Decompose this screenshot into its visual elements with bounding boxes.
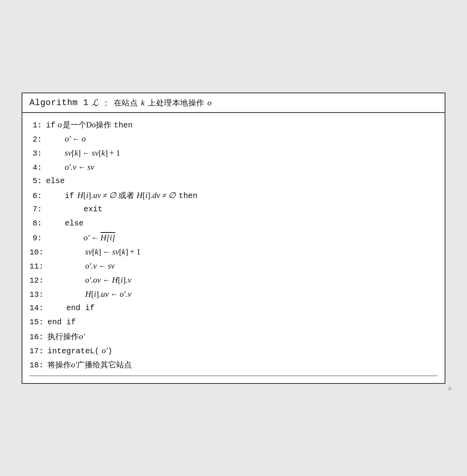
- var-k-10: k: [95, 245, 99, 258]
- var-H2-6: H: [137, 189, 142, 202]
- line-content-2: o′ ← o: [46, 133, 86, 145]
- var-k-3: k: [75, 147, 78, 160]
- line-content-17: integrateL(o′): [47, 344, 115, 357]
- line-17: 17: integrateL(o′): [29, 344, 438, 358]
- var-sv-11: sv: [108, 260, 115, 273]
- var-oprime-17: o′: [102, 344, 108, 357]
- var-oprime-18: o′: [71, 358, 77, 371]
- algorithm-title-prefix: Algorithm 1: [29, 98, 89, 108]
- bracket-close-i-6: ].: [88, 189, 93, 202]
- var-dv-6: dv: [152, 189, 160, 202]
- var-Hi-overline-9: H[i]: [100, 231, 115, 244]
- cn-text-18a: 将操作: [47, 359, 71, 371]
- var-oprime-16: o′: [79, 330, 85, 343]
- var-o-1: o: [58, 118, 62, 131]
- bracket-k-3: [: [72, 147, 75, 160]
- line-2: 2: o′ ← o: [29, 133, 438, 147]
- line-6: 6: if H[i].uv ≠ ∅ 或者 H[i].dv ≠ ∅ then: [29, 189, 438, 203]
- var-o-2: o: [82, 133, 86, 145]
- line-num-2: 2:: [29, 133, 46, 145]
- line-num-14: 14:: [29, 302, 47, 314]
- arrow-3: ←: [82, 147, 90, 159]
- plus-1-3: + 1: [109, 147, 120, 160]
- kw-then-1: then: [114, 119, 133, 131]
- var-Hiv-12: H: [112, 274, 118, 287]
- algorithm-title-k: k: [141, 98, 145, 108]
- arrow-4: ←: [78, 161, 86, 173]
- var-H-6: H: [77, 189, 83, 202]
- cn-text-18b: 广播给其它站点: [77, 359, 132, 371]
- algorithm-header: Algorithm 1 ℒ：在站点k上处理本地操作o: [22, 93, 445, 113]
- var-svk-rhs-3: sv: [92, 147, 99, 160]
- kw-else-8: else: [65, 217, 84, 229]
- line-7: 7: exit: [29, 203, 438, 217]
- var-svk-lhs-3: sv: [65, 147, 72, 160]
- algorithm-title-o: o: [208, 98, 212, 108]
- line-num-10: 10:: [29, 246, 47, 258]
- var-Hiuv-13: H: [85, 288, 91, 301]
- line-num-18: 18:: [29, 359, 47, 371]
- line-num-8: 8:: [29, 217, 46, 229]
- var-oprimeov-12: o′.ov: [85, 274, 101, 287]
- line-num-7: 7:: [29, 203, 46, 215]
- line-content-3: sv[k] ← sv[k]+ 1: [46, 147, 120, 160]
- line-13: 13: H[i].uv ← o′.v: [29, 288, 438, 302]
- bracket-close-i2-6: ].: [148, 189, 152, 202]
- line-num-13: 13:: [29, 289, 47, 301]
- line-11: 11: o′.v ← sv: [29, 260, 438, 274]
- neq-1-6: ≠: [103, 189, 107, 202]
- line-8: 8: else: [29, 217, 438, 231]
- line-content-4: o′.v ← sv: [46, 161, 94, 174]
- kw-exit-7: exit: [84, 203, 102, 215]
- line-15: 15: end if: [29, 316, 438, 330]
- var-v-12: v: [128, 274, 131, 287]
- cn-text-1: 是一个Do操作: [63, 119, 111, 131]
- arrow-2: ←: [72, 133, 80, 145]
- arrow-11: ←: [99, 260, 106, 272]
- var-svk-rhs-10: sv: [112, 245, 119, 258]
- arrow-13: ←: [110, 288, 118, 300]
- var-oprimev-4: o′.v: [65, 161, 77, 174]
- line-num-17: 17:: [29, 345, 47, 357]
- line-content-10: sv[k] ← sv[k]+ 1: [47, 245, 140, 258]
- line-5: 5: else: [29, 175, 438, 189]
- var-uv-6: uv: [93, 189, 101, 202]
- arrow-9: ←: [91, 232, 99, 244]
- kw-then-6: then: [179, 190, 197, 202]
- line-num-6: 6:: [29, 190, 46, 202]
- line-18: 18: 将操作o′广播给其它站点: [29, 358, 438, 372]
- kw-if-1: if: [46, 119, 55, 131]
- line-content-8: else: [46, 217, 86, 229]
- line-12: 12: o′.ov ← H[i].v: [29, 274, 438, 288]
- line-num-5: 5:: [29, 175, 46, 187]
- var-oprime-9: o′: [84, 231, 89, 244]
- bracket-i-6: [: [83, 189, 86, 202]
- line-num-9: 9:: [29, 232, 46, 244]
- bracket-close-3: ]: [78, 147, 81, 160]
- line-content-11: o′.v ← sv: [47, 260, 115, 273]
- bracket-close-12: ].: [123, 274, 128, 287]
- empty-1-6: ∅: [109, 189, 116, 202]
- line-content-6: if H[i].uv ≠ ∅ 或者 H[i].dv ≠ ∅ then: [46, 189, 200, 202]
- bracket-k-10: [: [92, 245, 95, 258]
- cn-huozhe-6: 或者: [119, 189, 134, 202]
- algorithm-title-cn2: 上处理本地操作: [148, 98, 204, 108]
- kw-endif-15: end if: [47, 316, 76, 328]
- bracket-i-13: [: [91, 288, 94, 301]
- line-num-11: 11:: [29, 260, 47, 273]
- line-content-7: exit: [46, 203, 105, 215]
- line-content-9: o′ ← H[i]: [46, 231, 115, 244]
- line-10: 10: sv[k] ← sv[k]+ 1: [29, 245, 438, 260]
- neq-2-6: ≠: [162, 189, 166, 202]
- algorithm-title-cn1: 在站点: [114, 98, 138, 108]
- var-oprimev-11: o′.v: [85, 260, 97, 273]
- line-content-18: 将操作o′广播给其它站点: [47, 358, 132, 371]
- kw-if-6: if: [65, 190, 74, 202]
- algorithm-body: 1: if o是一个Do操作 then 2: o′ ← o 3:: [22, 113, 445, 383]
- plus-1-10: + 1: [130, 245, 141, 258]
- var-oprimev-13: o′.v: [120, 288, 131, 301]
- var-k-rhs-10: k: [122, 245, 125, 258]
- line-1: 1: if o是一个Do操作 then: [29, 118, 438, 133]
- line-4: 4: o′.v ← sv: [29, 161, 438, 175]
- line-content-5: else: [46, 175, 67, 187]
